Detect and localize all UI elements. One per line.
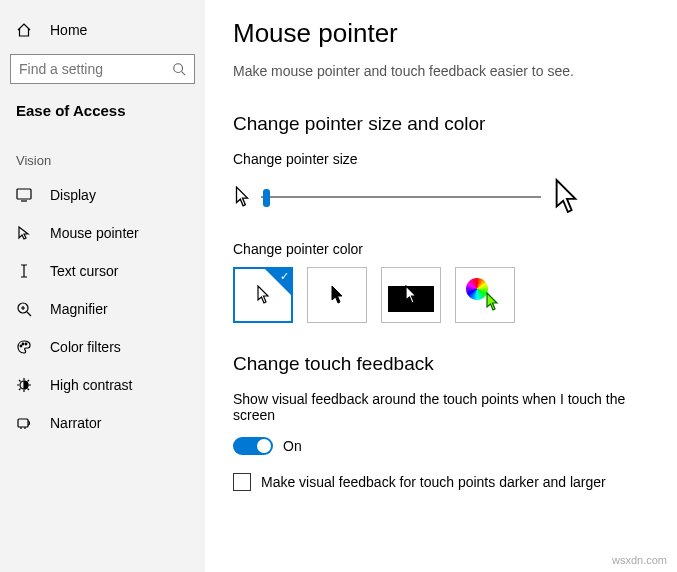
palette-icon bbox=[16, 339, 32, 355]
section-touch-feedback: Change touch feedback bbox=[233, 353, 649, 375]
sidebar-item-label: Color filters bbox=[50, 339, 121, 355]
pointer-color-row bbox=[233, 267, 649, 323]
category-title: Ease of Access bbox=[0, 98, 205, 139]
display-icon bbox=[16, 187, 32, 203]
sidebar-item-magnifier[interactable]: Magnifier bbox=[0, 290, 205, 328]
darker-larger-checkbox[interactable] bbox=[233, 473, 251, 491]
sidebar: Home Ease of Access Vision Display Mouse… bbox=[0, 0, 205, 572]
sidebar-item-narrator[interactable]: Narrator bbox=[0, 404, 205, 442]
svg-point-3 bbox=[20, 345, 22, 347]
svg-rect-1 bbox=[17, 189, 31, 199]
home-label: Home bbox=[50, 22, 87, 38]
svg-point-0 bbox=[174, 64, 183, 73]
page-title: Mouse pointer bbox=[233, 18, 649, 49]
touch-toggle-row: On bbox=[233, 437, 649, 455]
pointer-color-inverted[interactable] bbox=[381, 267, 441, 323]
pointer-color-custom[interactable] bbox=[455, 267, 515, 323]
sidebar-item-label: Display bbox=[50, 187, 96, 203]
touch-feedback-toggle[interactable] bbox=[233, 437, 273, 455]
home-button[interactable]: Home bbox=[0, 14, 205, 46]
sidebar-item-label: High contrast bbox=[50, 377, 132, 393]
main-panel: Mouse pointer Make mouse pointer and tou… bbox=[205, 0, 677, 572]
search-field[interactable] bbox=[19, 61, 159, 77]
checkbox-label: Make visual feedback for touch points da… bbox=[261, 474, 606, 490]
color-label: Change pointer color bbox=[233, 241, 649, 257]
cursor-large-icon bbox=[551, 177, 581, 217]
cursor-icon bbox=[16, 225, 32, 241]
page-description: Make mouse pointer and touch feedback ea… bbox=[233, 63, 649, 79]
selected-check-icon bbox=[265, 269, 291, 295]
pointer-color-black[interactable] bbox=[307, 267, 367, 323]
sidebar-item-label: Magnifier bbox=[50, 301, 108, 317]
narrator-icon bbox=[16, 415, 32, 431]
pointer-size-slider[interactable] bbox=[261, 187, 541, 207]
touch-description: Show visual feedback around the touch po… bbox=[233, 391, 633, 423]
slider-thumb[interactable] bbox=[263, 189, 270, 207]
section-size-color: Change pointer size and color bbox=[233, 113, 649, 135]
sidebar-item-mouse-pointer[interactable]: Mouse pointer bbox=[0, 214, 205, 252]
svg-rect-7 bbox=[18, 419, 28, 427]
search-icon bbox=[172, 62, 186, 76]
size-label: Change pointer size bbox=[233, 151, 649, 167]
contrast-icon bbox=[16, 377, 32, 393]
pointer-size-row bbox=[233, 177, 649, 217]
cursor-small-icon bbox=[233, 186, 251, 208]
magnifier-icon bbox=[16, 301, 32, 317]
svg-point-5 bbox=[25, 343, 27, 345]
sidebar-item-text-cursor[interactable]: Text cursor bbox=[0, 252, 205, 290]
sidebar-item-color-filters[interactable]: Color filters bbox=[0, 328, 205, 366]
pointer-color-white[interactable] bbox=[233, 267, 293, 323]
svg-point-4 bbox=[22, 343, 24, 345]
sidebar-item-label: Text cursor bbox=[50, 263, 118, 279]
sidebar-item-label: Mouse pointer bbox=[50, 225, 139, 241]
toggle-label: On bbox=[283, 438, 302, 454]
darker-larger-row: Make visual feedback for touch points da… bbox=[233, 473, 649, 491]
search-container bbox=[0, 46, 205, 98]
home-icon bbox=[16, 22, 32, 38]
search-input[interactable] bbox=[10, 54, 195, 84]
sidebar-item-label: Narrator bbox=[50, 415, 101, 431]
sidebar-item-display[interactable]: Display bbox=[0, 176, 205, 214]
toggle-knob bbox=[257, 439, 271, 453]
text-cursor-icon bbox=[16, 263, 32, 279]
group-label: Vision bbox=[0, 139, 205, 176]
slider-track bbox=[261, 196, 541, 198]
watermark: wsxdn.com bbox=[612, 554, 667, 566]
sidebar-item-high-contrast[interactable]: High contrast bbox=[0, 366, 205, 404]
